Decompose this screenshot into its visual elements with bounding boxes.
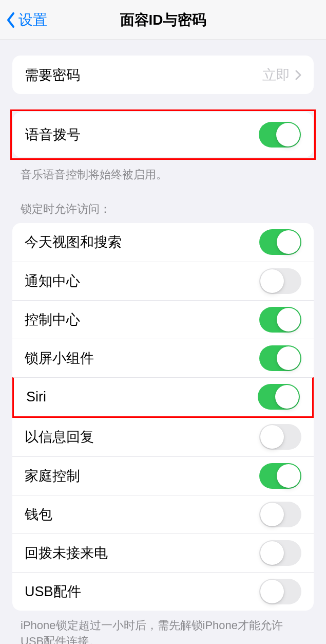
toggle-knob <box>277 230 300 254</box>
back-button[interactable]: 设置 <box>0 10 47 30</box>
lock-access-toggle[interactable] <box>259 463 301 489</box>
require-passcode-value-text: 立即 <box>262 66 290 84</box>
lock-access-cell: USB配件 <box>12 572 314 611</box>
voice-dial-group: 语音拨号 <box>13 112 313 157</box>
require-passcode-label: 需要密码 <box>25 66 80 84</box>
lock-access-label: 回拨未接来电 <box>25 544 108 562</box>
lock-access-toggle[interactable] <box>259 268 301 294</box>
toggle-knob <box>277 346 300 370</box>
lock-access-cell: Siri <box>14 378 312 416</box>
lock-access-cell: 钱包 <box>12 495 314 533</box>
lock-access-toggle[interactable] <box>259 229 301 255</box>
lock-access-label: 钱包 <box>25 505 52 524</box>
lock-access-label: 控制中心 <box>25 310 80 329</box>
toggle-knob <box>260 580 284 603</box>
lock-access-label: 今天视图和搜索 <box>25 233 122 251</box>
chevron-right-icon <box>295 70 301 80</box>
toggle-knob <box>277 308 300 332</box>
lock-access-toggle[interactable] <box>258 384 300 410</box>
lock-access-cell: 以信息回复 <box>12 418 314 456</box>
lock-access-toggle[interactable] <box>259 502 301 527</box>
back-label: 设置 <box>18 10 47 30</box>
lock-access-cell: 锁屏小组件 <box>12 339 314 377</box>
lock-access-cell: 今天视图和搜索 <box>12 223 314 262</box>
voice-dial-cell: 语音拨号 <box>13 112 313 157</box>
lock-access-toggle[interactable] <box>259 307 301 333</box>
lock-access-label: USB配件 <box>25 582 81 601</box>
lock-access-cell: 家庭控制 <box>12 456 314 495</box>
lock-access-cell: 控制中心 <box>12 300 314 339</box>
lock-access-toggle[interactable] <box>259 345 301 371</box>
toggle-knob <box>260 503 284 526</box>
lock-access-toggle[interactable] <box>259 540 301 566</box>
toggle-knob <box>277 464 300 488</box>
require-passcode-cell[interactable]: 需要密码 立即 <box>12 56 314 94</box>
lock-access-toggle[interactable] <box>259 424 301 450</box>
voice-dial-toggle[interactable] <box>259 122 301 148</box>
voice-dial-footer: 音乐语音控制将始终被启用。 <box>21 167 305 183</box>
lock-access-footer: iPhone锁定超过一小时后，需先解锁iPhone才能允许USB配件连接。 <box>21 618 305 644</box>
lock-access-group: 今天视图和搜索通知中心控制中心锁屏小组件Siri以信息回复家庭控制钱包回拨未接来… <box>12 223 314 611</box>
toggle-knob <box>275 385 299 409</box>
toggle-knob <box>276 123 300 146</box>
toggle-knob <box>260 541 284 565</box>
toggle-knob <box>260 269 284 293</box>
siri-highlight: Siri <box>12 377 314 418</box>
passcode-group: 需要密码 立即 <box>12 56 314 94</box>
voice-dial-label: 语音拨号 <box>25 125 81 144</box>
chevron-left-icon <box>6 12 15 28</box>
require-passcode-value: 立即 <box>262 66 301 84</box>
lock-access-label: 以信息回复 <box>25 428 94 446</box>
lock-access-cell: 回拨未接来电 <box>12 533 314 572</box>
navigation-header: 设置 面容ID与密码 <box>0 0 326 40</box>
lock-access-cell: 通知中心 <box>12 262 314 300</box>
lock-access-label: Siri <box>26 389 46 405</box>
lock-access-label: 家庭控制 <box>25 467 80 485</box>
lock-access-header: 锁定时允许访问： <box>21 201 305 217</box>
toggle-knob <box>260 425 284 449</box>
lock-access-label: 通知中心 <box>25 272 80 290</box>
voice-dial-highlight: 语音拨号 <box>10 109 316 160</box>
page-title: 面容ID与密码 <box>120 10 206 30</box>
lock-access-label: 锁屏小组件 <box>25 349 94 367</box>
lock-access-toggle[interactable] <box>259 579 301 604</box>
content: 需要密码 立即 语音拨号 音乐语音控制将始终被启用。 锁定时允许访问： 今天视图… <box>0 40 326 644</box>
